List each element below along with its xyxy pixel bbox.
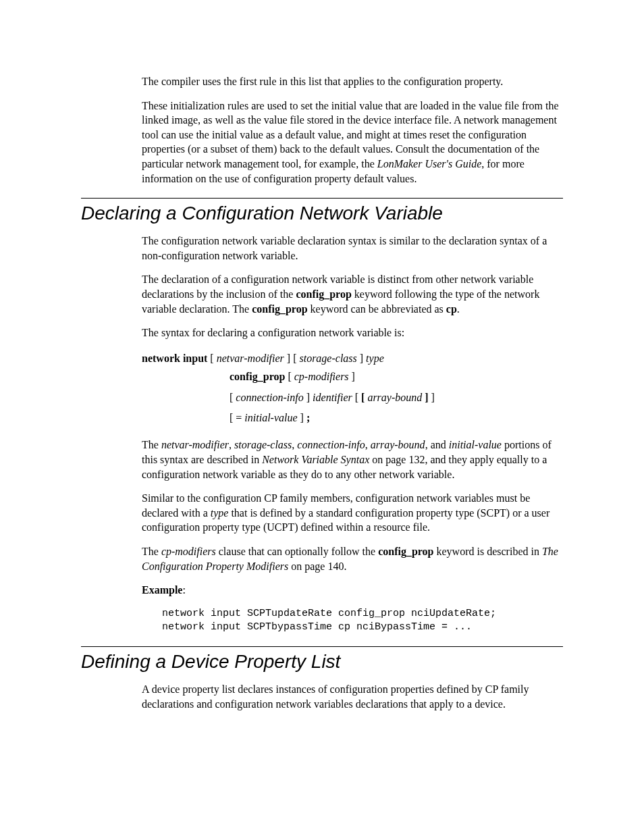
syntax-indent-block: config_prop [ cp-modifiers ] [ connectio… — [230, 367, 563, 428]
syntax-punct: [ — [352, 392, 361, 403]
syntax-var: cp-modifiers — [294, 371, 349, 382]
reference-title: Network Variable Syntax — [262, 454, 369, 465]
syntax-var: initial-value — [244, 412, 297, 423]
syntax-punct: [ — [207, 353, 216, 364]
syntax-punct: [ — [285, 371, 294, 382]
syntax-line: [ connection-info ] identifier [ [ array… — [230, 388, 563, 408]
syntax-var: storage-class — [299, 353, 356, 364]
syntax-punct: ] — [429, 392, 435, 403]
section-divider — [81, 646, 563, 647]
syntax-line: [ = initial-value ] ; — [230, 408, 563, 428]
paragraph: Similar to the configuration CP family m… — [142, 491, 563, 535]
paragraph: The cp-modifiers clause that can optiona… — [142, 544, 563, 573]
section-body: The configuration network variable decla… — [142, 234, 563, 340]
term: storage-class — [234, 439, 292, 450]
keyword: config_prop — [378, 546, 433, 557]
text-run: clause that can optionally follow the — [216, 546, 378, 557]
paragraph: The declaration of a configuration netwo… — [142, 272, 563, 316]
text-run: keyword can be abbreviated as — [308, 303, 446, 315]
paragraph: A device property list declares instance… — [142, 682, 563, 711]
paragraph: The configuration network variable decla… — [142, 234, 563, 263]
syntax-var: type — [366, 353, 384, 364]
syntax-line: network input [ netvar-modifier ] [ stor… — [142, 350, 563, 367]
term: netvar-modifier — [161, 439, 229, 450]
syntax-var: identifier — [313, 392, 352, 403]
syntax-punct: [ = — [230, 412, 244, 423]
term: type — [211, 507, 229, 519]
text-run: on page 140. — [288, 561, 346, 572]
term: cp-modifiers — [161, 546, 216, 557]
section-heading: Declaring a Configuration Network Variab… — [81, 203, 563, 224]
syntax-semicolon: ; — [306, 412, 310, 423]
syntax-var: connection-info — [236, 392, 303, 403]
keyword: cp — [446, 303, 457, 315]
syntax-keyword: config_prop — [230, 371, 285, 382]
syntax-bracket: [ — [361, 392, 367, 403]
term: array-bound — [371, 439, 425, 450]
section-divider — [81, 198, 563, 199]
syntax-punct: ] — [304, 392, 313, 403]
paragraph: The syntax for declaring a configuration… — [142, 325, 563, 340]
example-label: Example: — [142, 583, 563, 598]
paragraph: The netvar-modifier, storage-class, conn… — [142, 438, 563, 481]
code-example: network input SCPTupdateRate config_prop… — [162, 607, 563, 635]
text-run: The — [142, 439, 161, 450]
syntax-punct: ] — [298, 412, 306, 423]
section-body: The netvar-modifier, storage-class, conn… — [142, 438, 563, 597]
text-run: , — [365, 439, 371, 450]
text-run: , and — [425, 439, 449, 450]
paragraph: The compiler uses the first rule in this… — [142, 74, 563, 89]
keyword: config_prop — [296, 288, 351, 300]
label: Example — [142, 584, 182, 596]
page-content: The compiler uses the first rule in this… — [0, 0, 644, 834]
syntax-punct: [ — [230, 392, 236, 403]
syntax-punct: ] — [349, 371, 355, 382]
text-run: . — [457, 303, 460, 315]
syntax-var: netvar-modifier — [217, 353, 284, 364]
keyword: config_prop — [252, 303, 307, 315]
text-run: keyword is described in — [434, 546, 542, 557]
reference-title: LonMaker User's Guide — [377, 158, 482, 170]
intro-block: The compiler uses the first rule in this… — [142, 74, 563, 186]
text-run: , — [229, 439, 234, 450]
syntax-punct: ] [ — [284, 353, 300, 364]
section-body: A device property list declares instance… — [142, 682, 563, 711]
term: initial-value — [449, 439, 502, 450]
section-heading: Defining a Device Property List — [81, 651, 563, 673]
term: connection-info — [297, 439, 365, 450]
paragraph: These initialization rules are used to s… — [142, 99, 563, 186]
text-run: : — [182, 584, 185, 596]
syntax-keyword: network input — [142, 353, 207, 364]
syntax-line: config_prop [ cp-modifiers ] — [230, 367, 563, 387]
syntax-punct: ] — [357, 353, 366, 364]
text-run: The — [142, 546, 161, 557]
syntax-var: array-bound — [367, 392, 425, 403]
